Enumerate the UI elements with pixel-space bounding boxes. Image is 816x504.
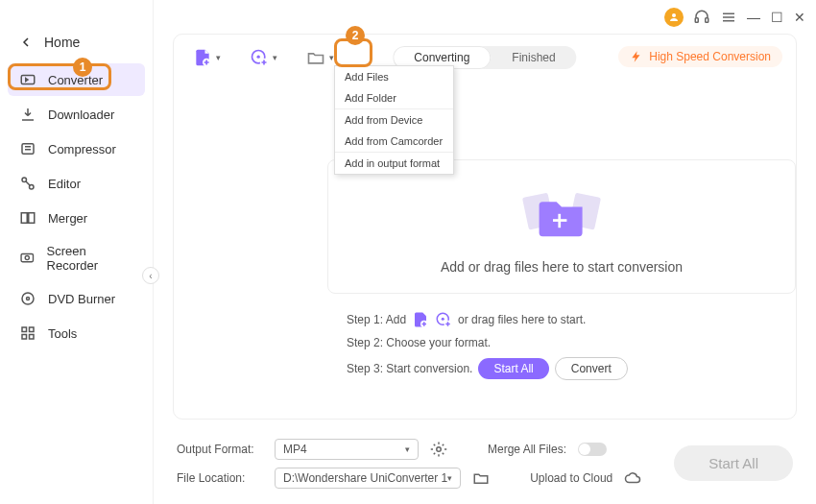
svg-point-32: [437, 447, 442, 452]
add-dropdown-menu: Add Files Add Folder Add from Device Add…: [334, 65, 454, 175]
steps-help: Step 1: Add or drag files here to start.…: [327, 298, 796, 401]
chevron-down-icon: ▾: [447, 473, 452, 483]
file-location-value: D:\Wondershare UniConverter 1: [283, 471, 447, 485]
recorder-icon: [19, 250, 36, 267]
svg-point-13: [25, 255, 29, 259]
svg-rect-19: [30, 335, 35, 340]
merge-label: Merge All Files:: [488, 443, 566, 456]
step2-text: Step 2: Choose your format.: [347, 336, 491, 349]
downloader-icon: [19, 106, 36, 123]
sidebar-item-label: DVD Burner: [48, 292, 115, 306]
file-location-label: File Location:: [177, 471, 263, 485]
chevron-left-icon: [21, 37, 31, 47]
menu-add-camcorder[interactable]: Add from Camcorder: [335, 131, 453, 152]
sidebar-item-label: Tools: [48, 326, 77, 341]
annotation-badge-1: 1: [73, 58, 92, 77]
svg-point-30: [442, 318, 444, 321]
cloud-label: Upload to Cloud: [530, 471, 612, 485]
merge-files-toggle[interactable]: [578, 443, 607, 456]
add-file-button[interactable]: ▾: [187, 44, 227, 71]
menu-add-folder[interactable]: Add Folder: [335, 87, 453, 108]
hsc-label: High Speed Conversion: [649, 50, 771, 63]
sidebar-item-label: Editor: [48, 177, 81, 191]
high-speed-conversion-button[interactable]: High Speed Conversion: [618, 46, 782, 67]
tab-finished[interactable]: Finished: [491, 46, 576, 69]
lightning-icon: [630, 50, 643, 63]
chevron-down-icon: ▾: [273, 53, 277, 62]
sidebar-item-downloader[interactable]: Downloader: [8, 98, 145, 131]
drop-zone-text: Add or drag files here to start conversi…: [441, 259, 683, 275]
back-label: Home: [44, 35, 80, 50]
sidebar-item-merger[interactable]: Merger: [8, 202, 145, 234]
svg-rect-18: [22, 335, 27, 340]
tools-icon: [19, 324, 36, 342]
svg-point-15: [27, 298, 30, 300]
drop-zone[interactable]: Add or drag files here to start conversi…: [327, 159, 796, 294]
sidebar: Home Converter Downloader Compressor Edi…: [0, 0, 154, 504]
svg-rect-10: [21, 213, 27, 224]
convert-pill[interactable]: Convert: [555, 357, 628, 380]
file-plus-icon: [193, 48, 212, 67]
output-format-label: Output Format:: [177, 443, 263, 456]
svg-rect-16: [22, 327, 27, 332]
sidebar-item-screen-recorder[interactable]: Screen Recorder: [8, 236, 145, 280]
start-all-pill[interactable]: Start All: [478, 358, 548, 379]
dvd-icon: [19, 290, 36, 307]
svg-rect-27: [553, 219, 566, 222]
file-location-select[interactable]: D:\Wondershare UniConverter 1 ▾: [275, 468, 461, 489]
open-folder-icon[interactable]: [472, 469, 490, 487]
sidebar-item-label: Converter: [48, 73, 103, 87]
sidebar-item-dvd-burner[interactable]: DVD Burner: [8, 282, 145, 315]
start-all-button[interactable]: Start All: [674, 445, 793, 481]
output-format-value: MP4: [283, 443, 307, 456]
editor-icon: [19, 175, 36, 192]
drop-zone-illustration: [518, 179, 605, 246]
chevron-down-icon: ▾: [329, 53, 334, 62]
sidebar-item-label: Compressor: [48, 142, 116, 156]
sidebar-item-compressor[interactable]: Compressor: [8, 132, 145, 165]
sidebar-item-label: Merger: [48, 211, 87, 226]
output-format-select[interactable]: MP4 ▾: [275, 439, 419, 460]
svg-point-14: [22, 293, 34, 304]
disc-plus-icon: [250, 48, 269, 67]
chevron-down-icon: ▾: [405, 444, 410, 454]
sidebar-item-tools[interactable]: Tools: [8, 317, 145, 349]
svg-rect-17: [30, 327, 35, 332]
sidebar-item-editor[interactable]: Editor: [8, 167, 145, 200]
sidebar-item-label: Screen Recorder: [47, 244, 133, 273]
disc-plus-icon: [435, 311, 452, 328]
menu-add-files[interactable]: Add Files: [335, 66, 453, 87]
step1-prefix: Step 1: Add: [347, 313, 406, 326]
step3-text: Step 3: Start conversion.: [347, 362, 472, 375]
main-area: ▾ ▾ ▾ Converting Finished High Speed Con…: [154, 0, 816, 504]
chevron-down-icon: ▾: [216, 53, 221, 62]
svg-rect-11: [29, 213, 35, 224]
menu-add-device[interactable]: Add from Device: [335, 108, 453, 131]
folder-icon: [306, 48, 325, 67]
menu-add-output-format[interactable]: Add in output format: [335, 152, 453, 174]
cloud-icon[interactable]: [624, 469, 641, 487]
sidebar-item-label: Downloader: [48, 108, 114, 122]
step1-suffix: or drag files here to start.: [458, 313, 586, 326]
annotation-badge-2: 2: [346, 26, 365, 45]
back-home[interactable]: Home: [0, 29, 153, 63]
svg-rect-12: [21, 253, 33, 261]
settings-gear-icon[interactable]: [430, 441, 447, 458]
converter-icon: [19, 71, 36, 88]
add-dvd-button[interactable]: ▾: [244, 44, 283, 71]
file-plus-icon: [412, 311, 429, 328]
converter-panel: ▾ ▾ ▾ Converting Finished High Speed Con…: [173, 34, 797, 420]
svg-point-22: [257, 56, 260, 59]
merger-icon: [19, 209, 36, 227]
compressor-icon: [19, 140, 36, 157]
